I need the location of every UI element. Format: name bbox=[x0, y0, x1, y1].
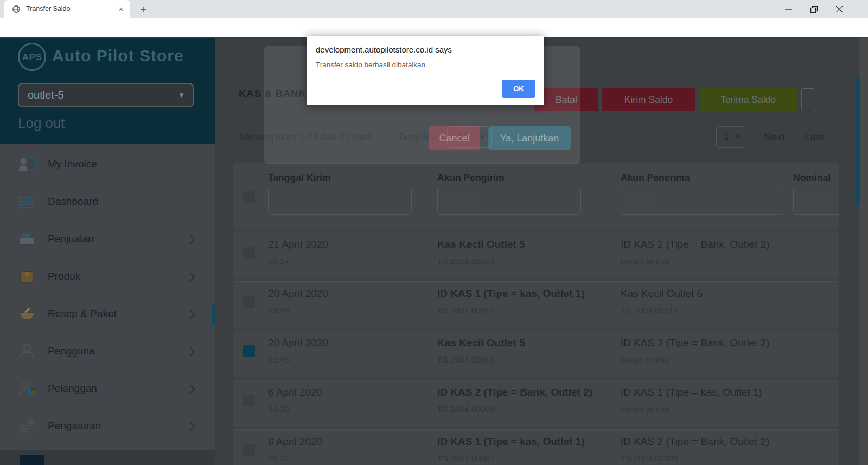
sidebar-item-pelanggan[interactable]: Pelanggan bbox=[0, 371, 215, 408]
terima-saldo-button[interactable]: Terima Saldo bbox=[699, 88, 797, 111]
table-row: 21 April 202000:14 Kas Kecil Outlet 5TS.… bbox=[233, 232, 839, 279]
browser-toolbar: development.autopilotstore.co.id/transfe… bbox=[0, 18, 868, 37]
receiver-account: ID KAS 2 (Tipe = Bank, Outlet 2) bbox=[621, 436, 769, 448]
sidebar-item-my-invoice[interactable]: My Invoice bbox=[0, 146, 215, 184]
mortar-pestle-icon bbox=[18, 305, 36, 324]
sidebar-item-kas-bank-active[interactable] bbox=[0, 450, 215, 465]
table-row: 6 April 202014:38 ID KAS 2 (Tipe = Bank,… bbox=[233, 380, 839, 427]
row-time: 19:45 bbox=[268, 355, 289, 365]
sidebar-item-label: My Invoice bbox=[48, 158, 97, 170]
last-page-link[interactable]: Last bbox=[805, 131, 824, 143]
sidebar-item-label: Pengaturan bbox=[48, 420, 101, 432]
row-time: 08:22 bbox=[268, 454, 289, 463]
sidebar-item-pengguna[interactable]: Pengguna bbox=[0, 333, 215, 371]
sidebar-item-resep-paket[interactable]: Resep & Paket bbox=[0, 296, 215, 333]
alert-origin-title: development.autopilotstore.co.id says bbox=[316, 45, 452, 54]
window-restore-button[interactable] bbox=[801, 0, 826, 18]
kirim-saldo-button[interactable]: Kirim Saldo bbox=[602, 88, 695, 111]
row-time: 14:38 bbox=[268, 404, 289, 414]
sender-code: TS.2004.00013 bbox=[437, 256, 495, 266]
cash-register-icon bbox=[18, 230, 36, 249]
select-all-checkbox[interactable] bbox=[243, 191, 255, 203]
sender-account: ID KAS 2 (Tipe = Bank, Outlet 2) bbox=[437, 386, 592, 398]
more-actions-dropdown-button[interactable]: ▼ bbox=[801, 88, 815, 111]
receiver-account: Kas Kecil Outlet 5 bbox=[621, 288, 703, 300]
chevron-right-icon bbox=[189, 421, 195, 432]
new-tab-button[interactable]: + bbox=[137, 3, 150, 16]
customer-bags-icon bbox=[18, 380, 36, 398]
row-date: 6 April 2020 bbox=[268, 436, 322, 448]
sidebar: APS Auto Pilot Store outlet-5 ▼ Log out … bbox=[0, 38, 215, 465]
gears-icon bbox=[18, 417, 36, 436]
page-number-value: 1 bbox=[724, 131, 730, 143]
row-checkbox[interactable] bbox=[243, 444, 255, 456]
sidebar-item-label: Pelanggan bbox=[48, 383, 97, 395]
page-number-select[interactable]: 1 ▼ bbox=[716, 126, 746, 148]
sidebar-item-produk[interactable]: Produk bbox=[0, 259, 215, 296]
page-scrollbar-thumb[interactable] bbox=[855, 77, 860, 206]
column-header-tanggal-kirim: Tanggal Kirim bbox=[268, 172, 330, 184]
sender-account: Kas Kecil Outlet 5 bbox=[437, 238, 525, 250]
user-icon bbox=[18, 343, 36, 361]
receiver-code: TS.2004.00008 bbox=[621, 454, 678, 463]
sender-code: TS.2004.00009 bbox=[437, 404, 495, 414]
filter-akun-pengirim-input[interactable] bbox=[437, 188, 581, 215]
row-checkbox[interactable] bbox=[243, 296, 255, 308]
window-close-button[interactable] bbox=[827, 0, 852, 18]
tab-title: Transfer Saldo bbox=[26, 5, 71, 12]
row-checkbox[interactable] bbox=[243, 247, 255, 259]
dashboard-chart-icon bbox=[18, 193, 36, 211]
brand-title: Auto Pilot Store bbox=[52, 47, 184, 65]
row-time: 19:46 bbox=[268, 306, 289, 315]
sidebar-item-label: Penjualan bbox=[48, 233, 94, 245]
sidebar-item-penjualan[interactable]: Penjualan bbox=[0, 221, 215, 259]
row-date: 6 April 2020 bbox=[268, 386, 322, 398]
sender-code: TS.2004.00010 bbox=[437, 355, 495, 365]
row-date: 20 April 2020 bbox=[268, 288, 328, 300]
table-header: Tanggal Kirim Akun Pengirim Akun Penerim… bbox=[233, 163, 839, 229]
row-date: 21 April 2020 bbox=[268, 238, 328, 250]
next-page-link[interactable]: Next bbox=[764, 131, 785, 143]
logout-link[interactable]: Log out bbox=[18, 115, 65, 132]
column-header-akun-penerima: Akun Penerima bbox=[621, 172, 690, 184]
modal-cancel-button[interactable]: Cancel bbox=[429, 126, 480, 150]
sidebar-brand-area: APS Auto Pilot Store outlet-5 ▼ Log out bbox=[0, 38, 215, 144]
alert-ok-button[interactable]: OK bbox=[502, 80, 535, 98]
receiver-status: belum terima bbox=[621, 256, 669, 266]
aps-logo-icon: APS bbox=[18, 43, 46, 71]
transfer-table: Tanggal Kirim Akun Pengirim Akun Penerim… bbox=[233, 163, 839, 465]
sidebar-item-label: Pengguna bbox=[48, 345, 95, 357]
chevron-down-icon: ▼ bbox=[178, 91, 185, 99]
sidebar-item-label: Produk bbox=[48, 270, 80, 282]
chevron-right-icon bbox=[189, 346, 195, 357]
outlet-select[interactable]: outlet-5 ▼ bbox=[18, 83, 194, 107]
window-minimize-button[interactable] bbox=[776, 0, 801, 18]
tab-close-icon[interactable]: × bbox=[116, 4, 126, 14]
sender-account: Kas Kecil Outlet 5 bbox=[437, 337, 525, 349]
page-scrollbar-track[interactable] bbox=[859, 38, 868, 465]
browser-titlebar: Transfer Saldo × + bbox=[0, 0, 868, 18]
row-time: 00:14 bbox=[268, 256, 289, 266]
modal-confirm-button[interactable]: Ya, Lanjutkan bbox=[488, 126, 571, 150]
sidebar-item-label: Dashboard bbox=[48, 196, 98, 208]
chevron-down-icon: ▼ bbox=[735, 133, 741, 141]
sidebar-item-pengaturan[interactable]: Pengaturan bbox=[0, 408, 215, 445]
kas-bank-icon bbox=[20, 455, 44, 465]
globe-favicon-icon bbox=[12, 5, 21, 14]
outlet-select-value: outlet-5 bbox=[28, 89, 64, 101]
sender-account: ID KAS 1 (Tipe = kas, Outlet 1) bbox=[437, 288, 585, 300]
table-row: 20 April 202019:45 Kas Kecil Outlet 5TS.… bbox=[233, 331, 839, 377]
row-checkbox[interactable] bbox=[243, 395, 255, 406]
filter-nominal-input[interactable] bbox=[793, 188, 839, 215]
column-header-akun-pengirim: Akun Pengirim bbox=[437, 172, 505, 184]
row-checkbox[interactable] bbox=[243, 345, 255, 357]
sender-code: TS.2004.00007 bbox=[437, 454, 495, 463]
receiver-account: ID KAS 1 (Tipe = kas, Outlet 1) bbox=[621, 386, 762, 398]
filter-akun-penerima-input[interactable] bbox=[621, 188, 783, 215]
product-box-icon bbox=[18, 268, 36, 286]
receiver-status: belum terima bbox=[621, 404, 669, 414]
browser-tab[interactable]: Transfer Saldo × bbox=[4, 0, 130, 18]
sidebar-item-dashboard[interactable]: Dashboard bbox=[0, 184, 215, 221]
filter-tanggal-kirim-input[interactable] bbox=[268, 188, 412, 215]
sender-account: ID KAS 1 (Tipe = kas, Outlet 1) bbox=[437, 436, 585, 448]
